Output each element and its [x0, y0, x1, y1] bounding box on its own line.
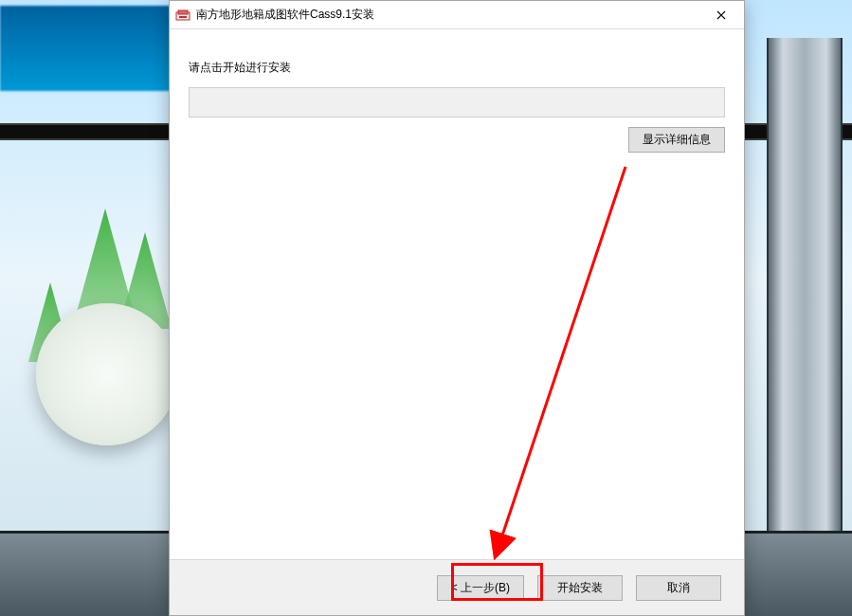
close-icon	[716, 10, 726, 20]
progress-box	[189, 87, 725, 118]
svg-rect-2	[179, 16, 187, 18]
show-details-button[interactable]: 显示详细信息	[628, 127, 725, 153]
instruction-text: 请点击开始进行安装	[189, 60, 725, 76]
back-button[interactable]: < 上一步(B)	[437, 575, 524, 601]
dialog-footer: < 上一步(B) 开始安装 取消	[170, 560, 744, 615]
window-title: 南方地形地籍成图软件Cass9.1安装	[196, 7, 699, 23]
dialog-content: 请点击开始进行安装 显示详细信息	[170, 29, 744, 560]
cancel-button[interactable]: 取消	[636, 575, 721, 601]
app-icon	[175, 8, 190, 23]
close-button[interactable]	[699, 2, 742, 28]
divider	[170, 559, 744, 560]
svg-rect-1	[178, 10, 188, 14]
title-bar[interactable]: 南方地形地籍成图软件Cass9.1安装	[170, 1, 744, 29]
start-install-button[interactable]: 开始安装	[537, 575, 623, 601]
installer-dialog: 南方地形地籍成图软件Cass9.1安装 请点击开始进行安装 显示详细信息 < 上…	[169, 0, 745, 616]
